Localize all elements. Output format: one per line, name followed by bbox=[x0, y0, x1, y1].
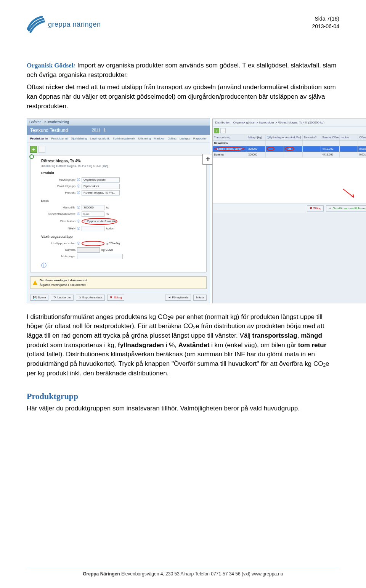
product-box: + Rötrest biogas, Ts 4% 300000 kg Rötres… bbox=[30, 155, 207, 272]
svg-point-0 bbox=[30, 155, 34, 159]
dialog-title: Distribution - Organisk gödsel > Biprodu… bbox=[213, 119, 366, 127]
nh3-label: NH₃N bbox=[41, 226, 75, 231]
col-transportslag: Transportslag bbox=[213, 135, 247, 140]
close-icon: ✖ bbox=[110, 295, 112, 300]
red-arrow-annotation bbox=[342, 188, 358, 200]
page-number: Sida 7(16) bbox=[312, 15, 339, 23]
mangd-unit: kg bbox=[106, 205, 109, 210]
plus-annotation: + bbox=[202, 154, 213, 165]
info-icon[interactable]: ⓘ bbox=[77, 212, 80, 216]
customer-name: Testkund Testkund bbox=[30, 127, 68, 134]
warning-title: Det finns varningar i dokumentet bbox=[40, 278, 87, 283]
info-icon[interactable]: ⓘ bbox=[77, 191, 80, 195]
cell-fyllnad[interactable] bbox=[267, 147, 274, 151]
reload-button[interactable]: ↻Ladda om bbox=[51, 295, 74, 301]
konc-unit: % bbox=[106, 212, 109, 216]
tab-utlakning[interactable]: Utlakning bbox=[138, 136, 151, 141]
close-button[interactable]: ✖Stäng bbox=[107, 295, 124, 301]
col-coe: CO₂e [kg / kg] bbox=[358, 135, 366, 140]
prev-button[interactable]: ◄Föregående bbox=[165, 295, 191, 301]
info-icon-large[interactable]: ⓘ bbox=[41, 261, 202, 269]
grid-row-summa: Summa 300000 4713.092 0.001578784 bbox=[213, 152, 366, 158]
produktgrupp-dropdown[interactable]: Biprodukter bbox=[82, 184, 120, 189]
col-tonkm: ton km bbox=[340, 135, 358, 140]
info-icon[interactable]: ⓘ bbox=[77, 219, 80, 224]
logo-text: greppa näringen bbox=[48, 21, 101, 29]
summa-label: Summa bbox=[41, 248, 75, 252]
cell-tomretur[interactable] bbox=[303, 146, 321, 152]
tab-lagring[interactable]: Lagringsteknik bbox=[90, 136, 110, 141]
tab-produkter-ut[interactable]: Produkter ut bbox=[51, 136, 68, 141]
document-body: Organisk Gödsel: Import av organiska pro… bbox=[27, 61, 339, 413]
summa-coe: 0.001578784 bbox=[358, 152, 366, 157]
screenshots-row: Cofoten - Klimatberäkning Testkund Testk… bbox=[27, 119, 339, 303]
summa-summa: 4713.092 bbox=[321, 152, 339, 157]
page-date: 2013-06-04 bbox=[312, 23, 339, 30]
noteringar-input[interactable] bbox=[77, 254, 123, 259]
produkt-dropdown[interactable]: Rötrest biogas, Ts 4%.. bbox=[82, 190, 120, 195]
next-button[interactable]: Nästa bbox=[193, 295, 207, 301]
grid-spacer bbox=[213, 158, 366, 203]
open-subform-button[interactable]: ⇧ Öppna underformulär bbox=[82, 218, 117, 225]
col-tomretur: Tom retur? bbox=[303, 135, 321, 140]
distribution-explanation: I distributionsformuläret anges produkte… bbox=[27, 312, 339, 378]
remove-row-button[interactable] bbox=[39, 146, 45, 153]
info-icon[interactable]: ⓘ bbox=[77, 205, 80, 210]
chevron-left-icon: ◄ bbox=[168, 295, 171, 300]
grid-add-button[interactable]: + bbox=[214, 128, 219, 133]
info-icon[interactable]: ⓘ bbox=[267, 136, 270, 139]
col-mangd: Mängd [kg] bbox=[247, 135, 265, 140]
info-icon[interactable]: ⓘ bbox=[77, 241, 80, 246]
utsl-input[interactable] bbox=[82, 241, 104, 246]
cell-mangd[interactable]: 300000 bbox=[247, 146, 265, 152]
info-icon[interactable]: ⓘ bbox=[77, 184, 80, 189]
tab-lustgas[interactable]: Lustgas bbox=[180, 136, 190, 141]
reload-icon: ↻ bbox=[53, 295, 56, 300]
grid-remove-button[interactable] bbox=[220, 128, 226, 133]
logo-swoosh-icon bbox=[27, 15, 45, 34]
cell-summa: 4713.092 bbox=[321, 146, 339, 152]
dialog-close-button[interactable]: ✖Stäng bbox=[307, 205, 324, 211]
grid-row-selected[interactable]: Lastbil, diesel, 38 ton 300000 25 4713.0… bbox=[213, 146, 366, 152]
save-button[interactable]: 💾Spara bbox=[30, 295, 48, 301]
tab-spridning[interactable]: Spridningsteknik bbox=[113, 136, 135, 141]
nh3-unit: kg/ton bbox=[106, 226, 114, 231]
info-icon[interactable]: ⓘ bbox=[77, 226, 80, 231]
grid-header: Transportslag Mängd [kg] ⓘFyllnadsgrad [… bbox=[213, 135, 366, 141]
basvarden-label: Basvärden bbox=[213, 141, 247, 146]
huvudgrupp-dropdown[interactable]: Organisk gödsel bbox=[82, 177, 120, 183]
section-intro: Organisk Gödsel: Import av organiska pro… bbox=[27, 61, 339, 80]
footer-contact: Elevenborgsvägen 4, 230 53 Alnarp Telefo… bbox=[120, 571, 283, 577]
grid-row-basvarden: Basvärden 0 bbox=[213, 141, 366, 146]
mangd-input[interactable]: 300000 bbox=[82, 205, 104, 210]
info-icon[interactable]: ⓘ bbox=[77, 178, 80, 182]
konc-input[interactable]: 0.48 bbox=[82, 211, 104, 217]
add-row-button[interactable]: + bbox=[30, 146, 37, 153]
tab-odling[interactable]: Odling bbox=[168, 136, 177, 141]
tab-rapporter[interactable]: Rapporter bbox=[193, 136, 207, 141]
col-summa: Summa CO₂e [kg] bbox=[321, 135, 339, 140]
window-titlebar: Cofoten - Klimatberäkning bbox=[27, 119, 210, 126]
dialog-footer: ✖Stäng ⇨Överför summa till huvudkort bbox=[213, 203, 366, 213]
section-title-organisk: Organisk Gödsel: bbox=[27, 62, 75, 69]
product-name: Rötrest biogas, Ts 4% bbox=[41, 159, 202, 164]
summa-mangd: 300000 bbox=[247, 152, 265, 157]
group-data-label: Data bbox=[41, 199, 202, 203]
nh3-input[interactable] bbox=[82, 226, 104, 231]
cell-avstand[interactable]: 25 bbox=[285, 147, 294, 151]
tab-djurhallning[interactable]: Djurhållning bbox=[71, 136, 87, 141]
export-button[interactable]: ⇲Exportera data bbox=[76, 295, 105, 301]
summa-row-label: Summa bbox=[213, 152, 247, 157]
not-label: Noteringar bbox=[41, 254, 75, 259]
section-para: Oftast räcker det med att ta med utsläpp… bbox=[27, 83, 339, 111]
transfer-button[interactable]: ⇨Överför summa till huvudkort bbox=[326, 205, 366, 211]
produktgrupp-label: Produktgrupp bbox=[41, 184, 75, 189]
group-vhu-label: Växthusgasutsläpp bbox=[41, 234, 202, 239]
cell-transportslag[interactable]: Lastbil, diesel, 38 ton bbox=[214, 147, 245, 151]
tab-produkter-in[interactable]: Produkter in bbox=[30, 136, 48, 141]
col-avstand: Avstånd [Km] bbox=[284, 135, 302, 140]
tab-markkol[interactable]: Markkol bbox=[154, 136, 165, 141]
heading-produktgrupp: Produktgrupp bbox=[27, 390, 339, 402]
summa-input bbox=[77, 247, 100, 253]
konc-label: Koncentration kväve bbox=[41, 212, 75, 216]
